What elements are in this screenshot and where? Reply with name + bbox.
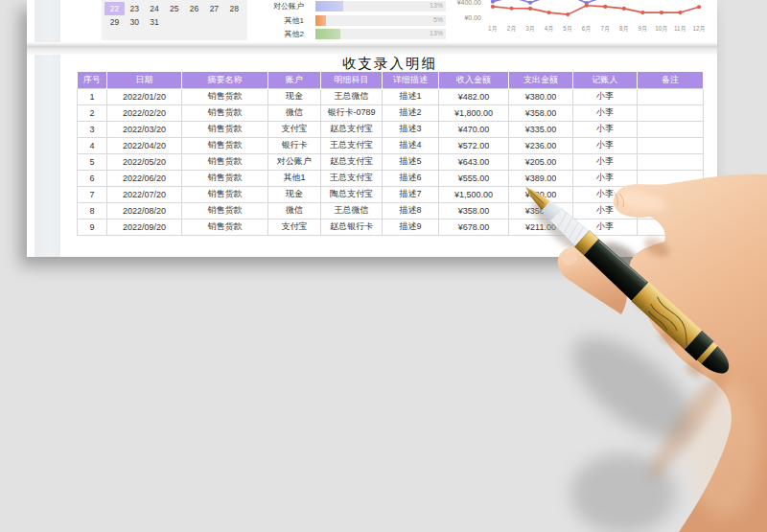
cell-no[interactable]: 6 [78, 170, 107, 186]
cell-date[interactable]: 2022/09/20 [107, 219, 182, 235]
cell-summary[interactable]: 销售货款 [182, 219, 268, 235]
cell-subject[interactable]: 王总微信 [321, 88, 383, 104]
cell-account[interactable]: 支付宝 [268, 219, 321, 235]
cell-no[interactable]: 1 [78, 88, 107, 104]
cell-summary[interactable]: 销售货款 [182, 186, 268, 202]
cell-description[interactable]: 描述9 [383, 219, 439, 235]
cell-remark[interactable] [638, 219, 704, 235]
cell-expense[interactable]: ¥380.00 [509, 88, 573, 104]
cell-date[interactable]: 2022/05/20 [107, 153, 182, 170]
cell-income[interactable]: ¥643.00 [439, 153, 509, 170]
cell-date[interactable]: 2022/04/20 [107, 137, 182, 153]
cell-subject[interactable]: 赵总支付宝 [321, 153, 383, 170]
cell-subject[interactable]: 王总支付宝 [321, 137, 383, 153]
header-cell-bookkeeper[interactable]: 记账人 [573, 72, 638, 88]
cell-bookkeeper[interactable]: 小李 [573, 137, 638, 153]
cell-description[interactable]: 描述5 [383, 153, 439, 170]
cell-summary[interactable]: 销售货款 [182, 170, 268, 186]
cell-expense[interactable]: ¥358.00 [509, 202, 573, 219]
cell-subject[interactable]: 王总支付宝 [321, 170, 383, 186]
cell-summary[interactable]: 销售货款 [182, 153, 268, 170]
cell-subject[interactable]: 陶总支付宝 [321, 186, 383, 202]
cell-expense[interactable]: ¥236.00 [509, 137, 573, 153]
header-cell-summary[interactable]: 摘要名称 [182, 72, 268, 88]
header-cell-date[interactable]: 日期 [107, 72, 182, 88]
cell-description[interactable]: 描述1 [383, 88, 439, 104]
cell-bookkeeper[interactable]: 小李 [573, 104, 638, 121]
cell-account[interactable]: 对公账户 [268, 153, 321, 170]
cell-bookkeeper[interactable]: 小李 [573, 121, 638, 137]
cell-income[interactable]: ¥470.00 [439, 121, 509, 137]
cell-subject[interactable]: 赵总支付宝 [321, 121, 383, 137]
cell-income[interactable]: ¥572.00 [439, 137, 509, 153]
cell-subject[interactable]: 赵总银行卡 [321, 219, 383, 235]
calendar-day-cell[interactable]: 29 [105, 15, 125, 29]
cell-bookkeeper[interactable]: 小李 [573, 88, 638, 104]
cell-remark[interactable] [638, 186, 704, 202]
cell-date[interactable]: 2022/07/20 [107, 186, 182, 202]
cell-income[interactable]: ¥678.00 [439, 219, 509, 235]
cell-date[interactable]: 2022/06/20 [107, 170, 182, 186]
cell-account[interactable]: 其他1 [268, 170, 321, 186]
cell-no[interactable]: 2 [78, 104, 107, 121]
cell-bookkeeper[interactable]: 小李 [573, 153, 638, 170]
cell-date[interactable]: 2022/01/20 [107, 88, 182, 104]
cell-date[interactable]: 2022/08/20 [107, 202, 182, 219]
cell-description[interactable]: 描述4 [383, 137, 439, 153]
cell-subject[interactable]: 银行卡-0789 [321, 104, 383, 121]
cell-description[interactable]: 描述7 [383, 186, 439, 202]
cell-no[interactable]: 3 [78, 121, 107, 137]
cell-income[interactable]: ¥1,800.00 [439, 104, 509, 121]
cell-summary[interactable]: 销售货款 [182, 202, 268, 219]
cell-account[interactable]: 现金 [268, 88, 321, 104]
cell-income[interactable]: ¥1,500.00 [439, 186, 509, 202]
cell-account[interactable]: 微信 [268, 104, 321, 121]
cell-expense[interactable]: ¥205.00 [509, 153, 573, 170]
cell-summary[interactable]: 销售货款 [182, 104, 268, 121]
cell-income[interactable]: ¥555.00 [439, 170, 509, 186]
cell-no[interactable]: 9 [78, 219, 107, 235]
cell-income[interactable]: ¥482.00 [439, 88, 509, 104]
cell-bookkeeper[interactable]: 小李 [573, 202, 638, 219]
cell-account[interactable]: 现金 [268, 186, 321, 202]
cell-no[interactable]: 4 [78, 137, 107, 153]
cell-expense[interactable]: ¥335.00 [509, 121, 573, 137]
calendar-day-cell[interactable]: 24 [145, 2, 165, 15]
cell-description[interactable]: 描述6 [383, 170, 439, 186]
cell-summary[interactable]: 销售货款 [182, 88, 268, 104]
cell-expense[interactable]: ¥211.00 [509, 219, 573, 235]
header-cell-no[interactable]: 序号 [78, 72, 107, 88]
cell-no[interactable]: 5 [78, 153, 107, 170]
calendar-day-cell[interactable]: 31 [145, 15, 165, 29]
cell-subject[interactable]: 王总微信 [321, 202, 383, 219]
cell-summary[interactable]: 销售货款 [182, 137, 268, 153]
cell-bookkeeper[interactable]: 小李 [573, 186, 638, 202]
calendar-day-cell[interactable]: 22 [105, 2, 125, 15]
cell-description[interactable]: 描述2 [383, 104, 439, 121]
calendar-day-cell[interactable]: 25 [164, 2, 184, 15]
cell-account[interactable]: 微信 [268, 202, 321, 219]
cell-remark[interactable] [638, 170, 704, 186]
cell-expense[interactable]: ¥358.00 [509, 104, 573, 121]
cell-income[interactable]: ¥358.00 [439, 202, 509, 219]
calendar-day-cell[interactable]: 23 [125, 2, 145, 15]
cell-remark[interactable] [638, 121, 704, 137]
header-cell-account[interactable]: 账户 [268, 72, 321, 88]
cell-remark[interactable] [638, 153, 704, 170]
cell-expense[interactable]: ¥389.00 [509, 170, 573, 186]
header-cell-income[interactable]: 收入金额 [439, 72, 509, 88]
cell-bookkeeper[interactable]: 小李 [573, 170, 638, 186]
header-cell-expense[interactable]: 支出金额 [509, 72, 573, 88]
cell-remark[interactable] [638, 137, 704, 153]
cell-expense[interactable]: ¥380.00 [509, 186, 573, 202]
cell-remark[interactable] [638, 88, 704, 104]
cell-no[interactable]: 8 [78, 202, 107, 219]
cell-description[interactable]: 描述3 [383, 121, 439, 137]
cell-description[interactable]: 描述8 [383, 202, 439, 219]
cell-date[interactable]: 2022/02/20 [107, 104, 182, 121]
cell-account[interactable]: 银行卡 [268, 137, 321, 153]
cell-bookkeeper[interactable]: 小李 [573, 219, 638, 235]
cell-date[interactable]: 2022/03/20 [107, 121, 182, 137]
cell-no[interactable]: 7 [78, 186, 107, 202]
cell-remark[interactable] [638, 104, 704, 121]
